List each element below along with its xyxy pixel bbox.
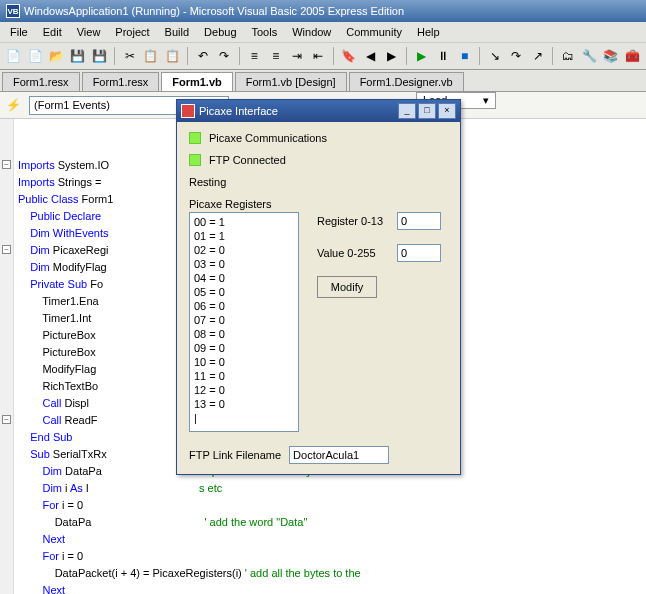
resting-label: Resting (189, 176, 226, 188)
new-project-icon[interactable]: 📄 (4, 46, 23, 66)
dialog-icon (181, 104, 195, 118)
register-row[interactable]: 00 = 1 (194, 215, 294, 229)
menu-help[interactable]: Help (411, 24, 446, 40)
register-row[interactable]: 02 = 0 (194, 243, 294, 257)
code-gutter (0, 119, 14, 594)
menu-file[interactable]: File (4, 24, 34, 40)
dialog-titlebar[interactable]: Picaxe Interface _ □ × (177, 100, 460, 122)
copy-icon[interactable]: 📋 (141, 46, 160, 66)
toolbar: 📄 📄 📂 💾 💾 ✂ 📋 📋 ↶ ↷ ≡ ≡ ⇥ ⇤ 🔖 ◀ ▶ ▶ ⏸ ■ … (0, 42, 646, 70)
comms-label: Picaxe Communications (209, 132, 327, 144)
register-row[interactable]: 06 = 0 (194, 299, 294, 313)
outline-toggle-icon[interactable]: − (2, 415, 11, 424)
register-input[interactable] (397, 212, 441, 230)
menu-window[interactable]: Window (286, 24, 337, 40)
undo-icon[interactable]: ↶ (193, 46, 212, 66)
value-field-label: Value 0-255 (317, 247, 391, 259)
code-line[interactable]: For i = 0 (18, 548, 646, 565)
menu-tools[interactable]: Tools (246, 24, 284, 40)
register-row[interactable]: 11 = 0 (194, 369, 294, 383)
register-field-label: Register 0-13 (317, 215, 391, 227)
code-line[interactable]: DataPa ' add the word "Data" (18, 514, 646, 531)
maximize-button[interactable]: □ (418, 103, 436, 119)
minimize-button[interactable]: _ (398, 103, 416, 119)
stepinto-icon[interactable]: ↘ (485, 46, 504, 66)
register-row[interactable]: 09 = 0 (194, 341, 294, 355)
app-icon: VB (6, 4, 20, 18)
stepover-icon[interactable]: ↷ (507, 46, 526, 66)
toolbox-icon[interactable]: 🧰 (623, 46, 642, 66)
saveall-icon[interactable]: 💾 (90, 46, 109, 66)
comment-icon[interactable]: ≡ (245, 46, 264, 66)
window-titlebar: VB WindowsApplication1 (Running) - Micro… (0, 0, 646, 22)
code-line[interactable]: Next (18, 582, 646, 594)
value-input[interactable] (397, 244, 441, 262)
tab-form1-resx[interactable]: Form1.resx (2, 72, 80, 91)
add-item-icon[interactable]: 📄 (25, 46, 44, 66)
register-row[interactable]: 13 = 0 (194, 397, 294, 411)
picaxe-dialog: Picaxe Interface _ □ × Picaxe Communicat… (176, 99, 461, 475)
registers-label: Picaxe Registers (189, 198, 448, 210)
ftp-label: FTP Connected (209, 154, 286, 166)
indent-icon[interactable]: ⇥ (287, 46, 306, 66)
outdent-icon[interactable]: ⇤ (309, 46, 328, 66)
menu-view[interactable]: View (71, 24, 107, 40)
objbrowser-icon[interactable]: 📚 (601, 46, 620, 66)
menu-debug[interactable]: Debug (198, 24, 242, 40)
menu-build[interactable]: Build (159, 24, 195, 40)
outline-toggle-icon[interactable]: − (2, 160, 11, 169)
menubar: FileEditViewProjectBuildDebugToolsWindow… (0, 22, 646, 42)
ftp-filename-label: FTP Link Filename (189, 449, 281, 461)
properties-icon[interactable]: 🔧 (580, 46, 599, 66)
ftp-filename-input[interactable] (289, 446, 389, 464)
register-row[interactable]: 04 = 0 (194, 271, 294, 285)
tab-form1-resx[interactable]: Form1.resx (82, 72, 160, 91)
menu-edit[interactable]: Edit (37, 24, 68, 40)
cut-icon[interactable]: ✂ (120, 46, 139, 66)
bookmark-icon[interactable]: 🔖 (339, 46, 358, 66)
solution-icon[interactable]: 🗂 (558, 46, 577, 66)
register-row[interactable]: 12 = 0 (194, 383, 294, 397)
register-row[interactable]: 10 = 0 (194, 355, 294, 369)
uncomment-icon[interactable]: ≡ (266, 46, 285, 66)
register-row[interactable]: 03 = 0 (194, 257, 294, 271)
register-row[interactable]: 01 = 1 (194, 229, 294, 243)
dialog-title: Picaxe Interface (199, 105, 278, 117)
code-line[interactable]: For i = 0 (18, 497, 646, 514)
nav-back-icon[interactable]: ⚡ (3, 95, 23, 115)
tab-form1-vb[interactable]: Form1.vb (161, 72, 233, 91)
listbox-caret: | (194, 411, 294, 425)
pause-icon[interactable]: ⏸ (434, 46, 453, 66)
register-row[interactable]: 07 = 0 (194, 313, 294, 327)
start-icon[interactable]: ▶ (412, 46, 431, 66)
code-line[interactable]: DataPacket(i + 4) = PicaxeRegisters(i) '… (18, 565, 646, 582)
comms-led-icon (189, 132, 201, 144)
ftp-led-icon (189, 154, 201, 166)
register-row[interactable]: 08 = 0 (194, 327, 294, 341)
window-title: WindowsApplication1 (Running) - Microsof… (24, 5, 404, 17)
nextbm-icon[interactable]: ▶ (382, 46, 401, 66)
code-line[interactable]: Dim i As I s etc (18, 480, 646, 497)
open-icon[interactable]: 📂 (47, 46, 66, 66)
tab-form1-designer-vb[interactable]: Form1.Designer.vb (349, 72, 464, 91)
outline-toggle-icon[interactable]: − (2, 245, 11, 254)
stepout-icon[interactable]: ↗ (528, 46, 547, 66)
prevbm-icon[interactable]: ◀ (361, 46, 380, 66)
paste-icon[interactable]: 📋 (163, 46, 182, 66)
menu-project[interactable]: Project (109, 24, 155, 40)
tab-form1-vb-design-[interactable]: Form1.vb [Design] (235, 72, 347, 91)
chevron-down-icon: ▾ (483, 94, 489, 107)
modify-button[interactable]: Modify (317, 276, 377, 298)
code-line[interactable]: Next (18, 531, 646, 548)
redo-icon[interactable]: ↷ (214, 46, 233, 66)
class-combo-text: (Form1 Events) (34, 99, 110, 112)
menu-community[interactable]: Community (340, 24, 408, 40)
save-icon[interactable]: 💾 (68, 46, 87, 66)
register-row[interactable]: 05 = 0 (194, 285, 294, 299)
stop-icon[interactable]: ■ (455, 46, 474, 66)
document-tabs: Form1.resxForm1.resxForm1.vbForm1.vb [De… (0, 70, 646, 92)
close-button[interactable]: × (438, 103, 456, 119)
registers-listbox[interactable]: 00 = 101 = 102 = 003 = 004 = 005 = 006 =… (189, 212, 299, 432)
